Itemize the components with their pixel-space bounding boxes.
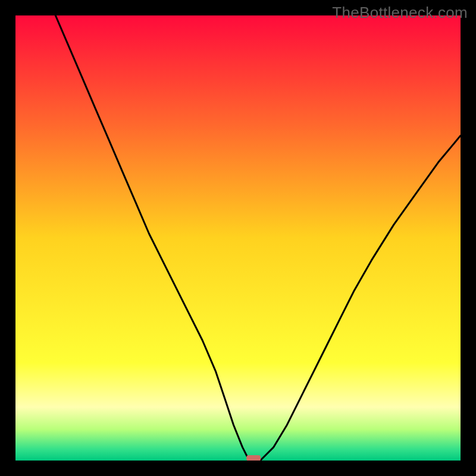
chart-plot-area [15, 15, 461, 461]
chart-svg [15, 15, 461, 461]
optimal-point-marker [246, 455, 261, 461]
watermark-text: TheBottleneck.com [332, 4, 468, 22]
chart-background [15, 15, 461, 461]
